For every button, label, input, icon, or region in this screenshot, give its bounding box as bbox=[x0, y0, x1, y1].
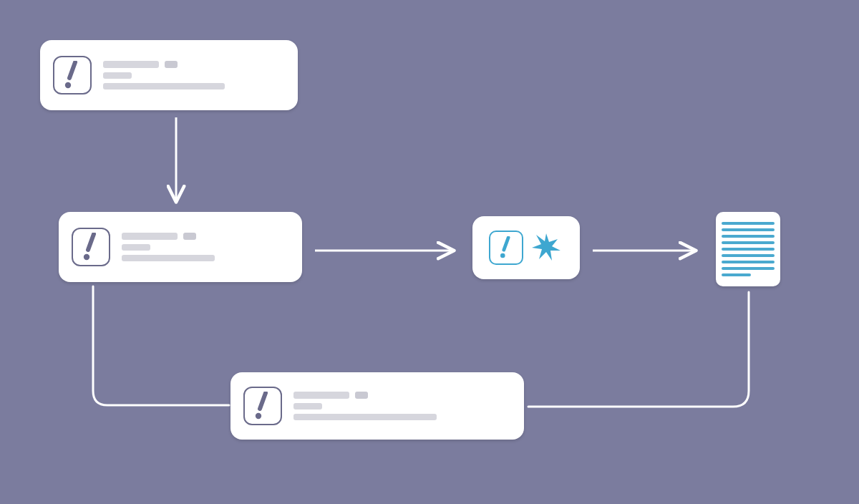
card-placeholder-lines bbox=[122, 233, 289, 261]
exclamation-icon bbox=[72, 228, 110, 266]
exclamation-icon bbox=[243, 387, 282, 425]
card-placeholder-lines bbox=[293, 392, 511, 420]
svg-point-2 bbox=[84, 254, 89, 260]
elbow-connector-right bbox=[525, 288, 769, 424]
icon-pair-card bbox=[472, 216, 580, 279]
arrow-right-1 bbox=[311, 236, 461, 265]
elbow-connector-left bbox=[79, 284, 236, 420]
alert-card-1 bbox=[40, 40, 298, 110]
document-card bbox=[716, 212, 780, 286]
burst-icon bbox=[529, 229, 563, 266]
exclamation-icon bbox=[489, 231, 523, 265]
arrow-right-2 bbox=[588, 236, 703, 265]
exclamation-icon bbox=[53, 56, 92, 94]
arrow-down-1 bbox=[162, 115, 190, 208]
document-lines-icon bbox=[722, 222, 775, 225]
svg-point-4 bbox=[500, 253, 505, 258]
alert-card-2 bbox=[59, 212, 302, 282]
card-placeholder-lines bbox=[103, 61, 285, 89]
alert-card-3 bbox=[230, 372, 524, 440]
svg-point-6 bbox=[256, 413, 261, 419]
svg-point-0 bbox=[65, 82, 71, 88]
